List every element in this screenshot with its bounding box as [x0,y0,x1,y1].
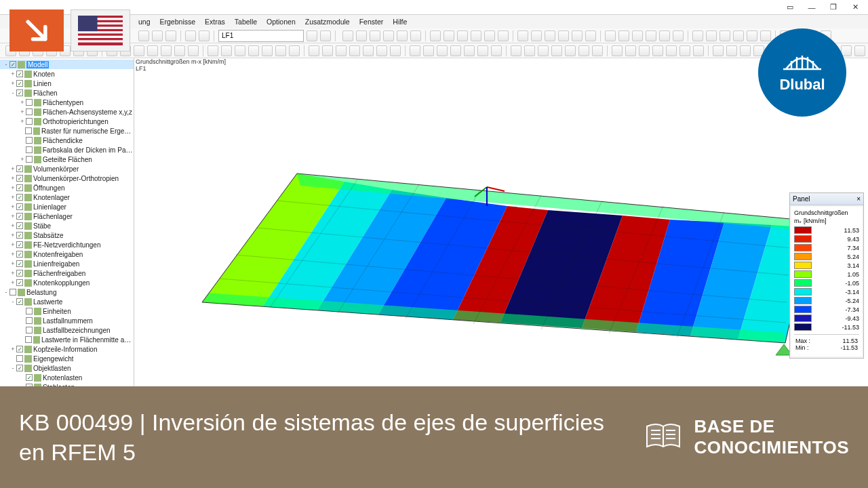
tree-expander-icon[interactable]: - [3,289,9,296]
toolbar-button[interactable] [659,30,670,41]
toolbar-button[interactable] [713,45,724,56]
toolbar-button[interactable] [517,30,528,41]
toolbar-button[interactable] [726,45,737,56]
tree-item[interactable]: +✓Knotenlager [0,192,134,202]
toolbar-button[interactable] [592,45,603,56]
tree-item[interactable]: Einheiten [0,306,134,316]
tree-checkbox[interactable] [26,99,33,106]
tree-checkbox[interactable] [26,118,33,125]
toolbar-button[interactable] [363,45,374,56]
tree-item[interactable]: +✓Linienlager [0,202,134,211]
tree-expander-icon[interactable]: + [9,260,16,267]
tree-expander-icon[interactable]: + [9,270,16,277]
tree-checkbox[interactable]: ✓ [16,194,23,201]
toolbar-button[interactable] [558,30,569,41]
tree-checkbox[interactable]: ✓ [16,241,23,248]
tree-expander-icon[interactable]: - [9,298,16,305]
toolbar-button[interactable] [477,45,488,56]
tree-expander-icon[interactable]: + [19,108,26,115]
tree-expander-icon[interactable]: + [9,194,16,201]
tree-checkbox[interactable]: ✓ [16,70,23,77]
tree-item[interactable]: Lastfallnummern [0,316,134,325]
tree-checkbox[interactable]: ✓ [16,175,23,182]
toolbar-button[interactable] [572,30,583,41]
tree-expander-icon[interactable]: - [9,89,16,96]
toolbar-button[interactable] [437,45,448,56]
toolbar-button[interactable] [275,45,286,56]
tree-item[interactable]: +✓Volumenkörper-Orthotropien [0,174,134,183]
tree-item[interactable]: +Orthotropierichtungen [0,117,134,126]
tree-item[interactable]: -✓Lastwerte [0,297,134,306]
tree-item[interactable]: -Belastung [0,287,134,297]
menu-item[interactable]: Zusatzmodule [305,18,350,26]
tree-checkbox[interactable] [26,308,33,314]
toolbar-button[interactable] [342,30,353,41]
toolbar-button[interactable] [410,30,421,41]
toolbar-button[interactable] [309,45,319,56]
toolbar-button[interactable] [464,45,475,56]
tree-checkbox[interactable] [26,146,33,153]
toolbar-button[interactable] [383,30,394,41]
toolbar-button[interactable] [376,45,387,56]
toolbar-button[interactable] [666,45,677,56]
toolbar-button[interactable] [565,45,576,56]
toolbar-button[interactable] [747,30,757,41]
toolbar-button[interactable] [410,45,420,56]
tree-checkbox[interactable] [25,336,31,343]
tree-item[interactable]: -✓Modell [0,60,134,69]
tree-expander-icon[interactable]: + [9,175,16,182]
model-canvas[interactable] [134,79,868,386]
project-navigator[interactable]: -✓Modell+✓Knoten+✓Linien-✓Flächen+Fläche… [0,58,134,386]
tree-item[interactable]: Raster für numerische Ergebniss [0,126,134,136]
tree-checkbox[interactable]: ✓ [16,203,23,210]
window-maximize-button[interactable]: ❐ [823,1,844,14]
tree-checkbox[interactable] [26,108,33,115]
toolbar-button[interactable] [370,30,380,41]
tree-checkbox[interactable]: ✓ [16,365,23,371]
toolbar-button[interactable] [733,30,744,41]
tree-item[interactable]: Flächendicke [0,136,134,145]
toolbar-button[interactable] [531,30,542,41]
toolbar-button[interactable] [443,30,454,41]
toolbar-button[interactable] [262,45,273,56]
toolbar-button[interactable] [692,30,703,41]
tree-item[interactable]: +✓Linien [0,79,134,88]
tree-checkbox[interactable] [26,317,33,324]
toolbar-button[interactable] [740,45,751,56]
tree-checkbox[interactable] [26,137,33,144]
tree-item[interactable]: Eigengewicht [0,354,134,363]
tree-expander-icon[interactable]: + [9,203,16,210]
tree-item[interactable]: Farbskala der Dicken im Panel [0,145,134,155]
toolbar-button[interactable] [450,45,461,56]
menu-item[interactable]: Ergebnisse [160,18,196,26]
tree-item[interactable]: +✓Flächenfreigaben [0,268,134,278]
tree-expander-icon[interactable]: + [9,70,16,77]
toolbar-button[interactable] [188,45,199,56]
tree-checkbox[interactable]: ✓ [16,222,23,229]
tree-checkbox[interactable] [26,156,33,163]
menu-item[interactable]: Optionen [267,18,296,26]
toolbar-button[interactable] [320,30,331,41]
toolbar-button[interactable] [585,30,596,41]
toolbar-button[interactable] [524,45,535,56]
toolbar-button[interactable] [491,45,502,56]
toolbar-button[interactable] [511,45,521,56]
tree-item[interactable]: Lastfallbezeichnungen [0,325,134,335]
toolbar-button[interactable] [471,30,481,41]
tree-item[interactable]: +✓Knotenkopplungen [0,278,134,287]
window-minimize-button[interactable]: — [802,1,822,14]
tree-item[interactable]: +✓FE-Netzverdichtungen [0,240,134,249]
toolbar-button[interactable] [423,45,434,56]
toolbar-button[interactable] [165,30,176,41]
tree-item[interactable]: +✓Volumenkörper [0,164,134,174]
toolbar-button[interactable] [673,30,684,41]
window-close-button[interactable]: ✕ [845,1,865,14]
toolbar-button[interactable] [605,30,616,41]
tree-checkbox[interactable]: ✓ [9,61,16,68]
tree-checkbox[interactable]: ✓ [16,184,23,191]
tree-expander-icon[interactable]: + [9,232,16,239]
toolbar-button[interactable] [612,45,623,56]
toolbar-button[interactable] [484,30,495,41]
tree-checkbox[interactable]: ✓ [16,213,23,220]
tree-item[interactable]: -✓Flächen [0,88,134,98]
